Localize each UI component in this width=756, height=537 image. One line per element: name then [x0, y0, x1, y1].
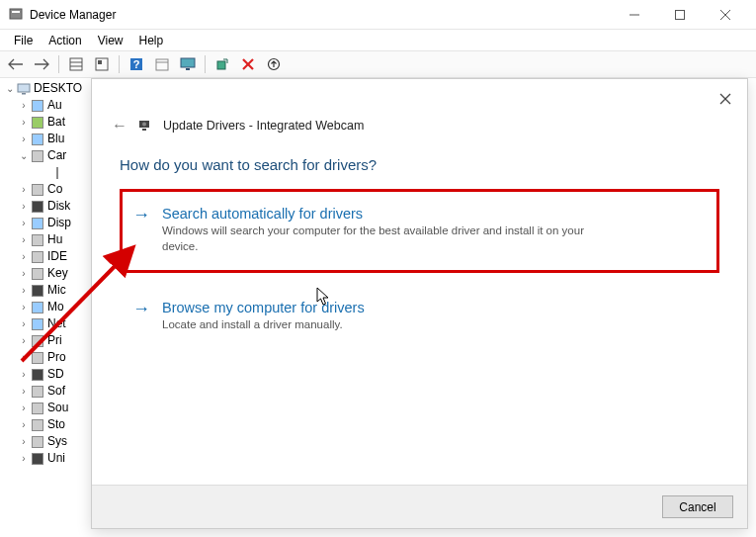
expand-icon[interactable]: ›: [18, 215, 30, 231]
device-category-icon: [30, 132, 45, 147]
expand-icon[interactable]: ›: [18, 131, 30, 147]
expand-icon[interactable]: ›: [18, 315, 30, 332]
menu-action[interactable]: Action: [41, 32, 89, 49]
tree-item[interactable]: ›Pri: [4, 332, 91, 349]
tree-item[interactable]: ›Sof: [4, 383, 91, 400]
svg-rect-6: [70, 58, 82, 70]
webcam-icon: [137, 118, 153, 134]
expand-icon[interactable]: ›: [18, 349, 30, 366]
device-category-icon: [30, 266, 45, 282]
device-category-icon: [30, 98, 45, 114]
expand-icon[interactable]: ›: [18, 114, 30, 131]
tree-item-label: Mic: [47, 282, 66, 299]
tree-item[interactable]: ›Blu: [4, 131, 91, 147]
option-search-automatically[interactable]: → Search automatically for drivers Windo…: [120, 189, 719, 273]
expand-icon[interactable]: ›: [18, 416, 30, 433]
expand-icon[interactable]: ›: [18, 332, 30, 349]
svg-rect-1: [12, 11, 20, 13]
tree-item[interactable]: ›Key: [4, 265, 91, 282]
monitor-icon[interactable]: [176, 53, 200, 75]
tree-item[interactable]: ›SD: [4, 366, 91, 383]
app-icon: [8, 7, 24, 23]
tree-item[interactable]: ›Disp: [4, 215, 91, 231]
tree-item-label: Blu: [47, 131, 64, 147]
menu-bar: File Action View Help: [0, 30, 756, 50]
title-bar: Device Manager: [0, 0, 756, 30]
expand-icon[interactable]: ›: [18, 450, 30, 467]
expand-icon[interactable]: ›: [18, 198, 30, 215]
expand-icon[interactable]: ›: [18, 97, 30, 114]
properties-icon[interactable]: [90, 53, 114, 75]
tree-item[interactable]: ›Disk: [4, 198, 91, 215]
device-category-icon: [30, 199, 45, 215]
show-hide-tree-icon[interactable]: [64, 53, 88, 75]
forward-icon[interactable]: [30, 53, 53, 75]
maximize-button[interactable]: [657, 0, 703, 30]
tree-item[interactable]: ›Bat: [4, 114, 91, 131]
svg-rect-3: [676, 10, 685, 19]
tree-item-label: Sys: [47, 433, 67, 450]
calendar-icon[interactable]: [150, 53, 174, 75]
expand-icon[interactable]: ›: [18, 231, 30, 248]
update-driver-icon[interactable]: [262, 53, 286, 75]
device-category-icon: [30, 451, 45, 467]
tree-item-label: Sou: [47, 400, 68, 416]
tree-item[interactable]: ›Net: [4, 315, 91, 332]
collapse-icon[interactable]: ⌄: [4, 80, 16, 97]
tree-item[interactable]: ⌄Car: [4, 147, 91, 164]
device-category-icon: [30, 350, 45, 366]
toolbar: ?: [0, 50, 756, 78]
tree-item-label: Sto: [47, 416, 65, 433]
expand-icon[interactable]: ›: [18, 383, 30, 400]
tree-item-label: Car: [47, 147, 66, 164]
expand-icon[interactable]: ›: [18, 366, 30, 383]
expand-icon[interactable]: ›: [18, 248, 30, 265]
scan-icon[interactable]: [210, 53, 234, 75]
tree-item[interactable]: ›IDE: [4, 248, 91, 265]
device-category-icon: [30, 384, 45, 400]
back-icon[interactable]: [4, 53, 28, 75]
cancel-button[interactable]: Cancel: [662, 495, 733, 518]
dialog-footer: Cancel: [92, 485, 747, 528]
tree-item[interactable]: ›Uni: [4, 450, 91, 467]
svg-rect-16: [186, 68, 190, 70]
device-tree[interactable]: ⌄ DESKTO ›Au›Bat›Blu⌄Car›Co›Disk›Disp›Hu…: [0, 78, 91, 537]
tree-root[interactable]: ⌄ DESKTO: [4, 80, 91, 97]
expand-icon[interactable]: ›: [18, 265, 30, 282]
tree-item[interactable]: ›Mic: [4, 282, 91, 299]
menu-file[interactable]: File: [6, 32, 41, 49]
menu-view[interactable]: View: [90, 32, 131, 49]
tree-item[interactable]: ›Mo: [4, 299, 91, 315]
menu-help[interactable]: Help: [131, 32, 172, 49]
help-icon[interactable]: ?: [125, 53, 148, 75]
expand-icon[interactable]: ⌄: [18, 147, 30, 164]
tree-item[interactable]: ›Sou: [4, 400, 91, 416]
device-category-icon: [30, 216, 45, 231]
minimize-button[interactable]: [612, 0, 657, 30]
device-category-icon: [30, 148, 45, 164]
expand-icon[interactable]: ›: [18, 181, 30, 198]
device-category-icon: [30, 283, 45, 299]
delete-icon[interactable]: [236, 53, 260, 75]
tree-item[interactable]: ›Au: [4, 97, 91, 114]
tree-item-label: Key: [47, 265, 68, 282]
option-browse-computer[interactable]: → Browse my computer for drivers Locate …: [120, 283, 719, 352]
dialog-back-button[interactable]: ←: [112, 117, 127, 134]
tree-item[interactable]: ›Hu: [4, 231, 91, 248]
expand-icon[interactable]: ›: [18, 299, 30, 315]
close-button[interactable]: [703, 0, 748, 30]
expand-icon[interactable]: ›: [18, 433, 30, 450]
expand-icon[interactable]: ›: [18, 400, 30, 416]
window-controls: [612, 0, 748, 30]
tree-item[interactable]: ›Pro: [4, 349, 91, 366]
dialog-close-button[interactable]: [715, 89, 735, 109]
computer-icon: [16, 81, 32, 97]
tree-item[interactable]: [4, 164, 91, 181]
expand-icon[interactable]: ›: [18, 282, 30, 299]
tree-item[interactable]: ›Sto: [4, 416, 91, 433]
tree-item[interactable]: ›Sys: [4, 433, 91, 450]
device-category-icon: [30, 367, 45, 383]
tree-item[interactable]: ›Co: [4, 181, 91, 198]
device-category-icon: [30, 417, 45, 433]
svg-rect-0: [10, 9, 22, 19]
